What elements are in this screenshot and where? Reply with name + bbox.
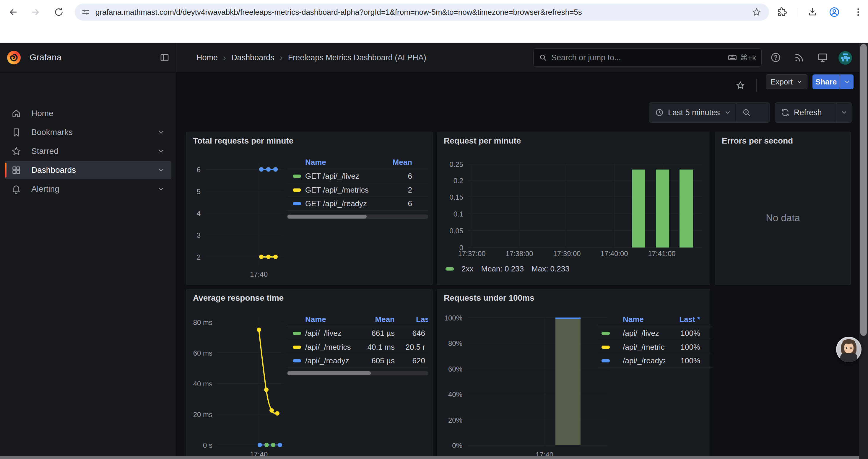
y-tick: 40% xyxy=(437,391,462,399)
column-header-name[interactable]: Name xyxy=(305,315,359,324)
chevron-down-icon[interactable] xyxy=(724,109,731,116)
no-data-message: No data xyxy=(715,212,850,224)
download-icon[interactable] xyxy=(807,7,817,17)
search-icon xyxy=(539,54,547,62)
data-point xyxy=(259,255,264,259)
share-label: Share xyxy=(815,77,837,87)
column-header-name[interactable]: Name xyxy=(305,158,377,167)
y-tick: 0.15 xyxy=(437,193,463,201)
share-menu-button[interactable] xyxy=(840,74,854,89)
site-settings-icon[interactable] xyxy=(81,8,90,17)
bookmark-star-icon[interactable] xyxy=(752,7,761,17)
search-shortcut: ⌘+k xyxy=(728,53,756,62)
profile-icon[interactable] xyxy=(829,6,840,18)
back-icon[interactable] xyxy=(8,7,18,17)
export-button[interactable]: Export xyxy=(766,74,807,89)
chevron-down-icon[interactable] xyxy=(157,185,165,193)
series-name[interactable]: /api/_/livez xyxy=(623,329,665,338)
browser-toolbar xyxy=(0,0,868,24)
breadcrumb-home[interactable]: Home xyxy=(196,53,218,62)
breadcrumb-dashboards[interactable]: Dashboards xyxy=(231,53,275,62)
mega-menu-toggle-icon[interactable] xyxy=(159,53,169,63)
horizontal-scrollbar[interactable] xyxy=(0,456,859,459)
table-scrollbar[interactable] xyxy=(287,371,428,375)
chevron-down-icon[interactable] xyxy=(157,147,165,155)
news-rss-icon[interactable] xyxy=(794,52,805,63)
panel-average-response-time[interactable]: Average response time 80 ms 60 ms 40 ms … xyxy=(186,289,433,459)
series-name[interactable]: /api/_/metrics xyxy=(623,342,665,352)
panel-title[interactable]: Requests under 100ms xyxy=(444,293,534,303)
series-name[interactable]: /api/_/readyz xyxy=(305,356,359,365)
data-point xyxy=(271,443,275,447)
chevron-down-icon[interactable] xyxy=(157,166,165,174)
browser-menu-icon[interactable] xyxy=(853,7,863,17)
sidebar-item-label: Alerting xyxy=(31,184,59,194)
extensions-icon[interactable] xyxy=(777,7,787,17)
table-scrollbar[interactable] xyxy=(287,215,428,219)
assistant-avatar[interactable] xyxy=(836,337,862,362)
series-color-swatch xyxy=(601,332,610,335)
column-header-mean[interactable]: Mean xyxy=(377,158,412,167)
refresh-icon[interactable] xyxy=(781,108,790,117)
help-icon[interactable] xyxy=(770,52,781,63)
share-button[interactable]: Share xyxy=(812,74,840,89)
time-range-group: Last 5 minutes xyxy=(649,102,770,123)
legend-series-name[interactable]: 2xx xyxy=(462,264,473,273)
series-name[interactable]: GET /api/_/livez xyxy=(305,172,377,181)
sidebar-item-starred[interactable]: Starred xyxy=(5,142,172,160)
panel-total-requests-per-minute[interactable]: Total requests per minute 6 5 4 3 2 17:4… xyxy=(186,132,433,285)
favorite-star-icon[interactable] xyxy=(736,80,745,90)
search-input-container[interactable]: ⌘+k xyxy=(533,48,762,67)
user-avatar[interactable] xyxy=(838,51,852,65)
sidebar: Home Bookmarks Starred Dashboards Alerti… xyxy=(0,72,176,459)
series-name[interactable]: /api/_/readyz xyxy=(623,356,665,365)
legend-table: Name Mean Las /api/_/livez 661 µs 646 /a… xyxy=(287,313,428,368)
reload-icon[interactable] xyxy=(54,7,64,17)
panel-requests-under-100ms[interactable]: Requests under 100ms 100% 80% 60% 40% 20… xyxy=(437,289,710,459)
y-tick: 5 xyxy=(186,188,200,196)
forward-icon[interactable] xyxy=(30,7,40,17)
home-icon xyxy=(11,108,21,119)
refresh-group: Refresh xyxy=(775,102,852,123)
sidebar-item-alerting[interactable]: Alerting xyxy=(5,180,172,198)
panel-errors-per-second[interactable]: Errors per second No data xyxy=(715,132,851,285)
series-name[interactable]: /api/_/livez xyxy=(305,329,359,338)
time-range-label[interactable]: Last 5 minutes xyxy=(668,108,720,117)
search-input[interactable] xyxy=(551,53,723,62)
grafana-header: Grafana Home › Dashboards › Freeleaps Me… xyxy=(0,43,868,72)
refresh-label[interactable]: Refresh xyxy=(794,108,822,117)
breadcrumb-separator: › xyxy=(280,53,283,63)
monitor-icon[interactable] xyxy=(817,52,828,63)
legend-header: Name Mean Las xyxy=(287,313,428,326)
column-header-last[interactable]: Las xyxy=(395,315,428,324)
url-input[interactable] xyxy=(95,8,744,17)
column-header-last[interactable]: Last * xyxy=(665,315,713,324)
grafana-logo[interactable] xyxy=(7,51,21,64)
sidebar-item-dashboards[interactable]: Dashboards xyxy=(5,161,172,179)
page-scrollbar-track[interactable] xyxy=(859,43,868,459)
panel-title[interactable]: Average response time xyxy=(193,293,284,303)
x-tick: 17:39:00 xyxy=(545,250,589,258)
chevron-down-icon[interactable] xyxy=(840,109,848,116)
panel-title[interactable]: Errors per second xyxy=(722,136,793,145)
chevron-down-icon[interactable] xyxy=(157,129,165,136)
series-name[interactable]: GET /api/_/readyz xyxy=(305,199,377,208)
bar xyxy=(656,169,669,248)
series-name[interactable]: /api/_/metrics xyxy=(305,342,359,352)
gridline xyxy=(519,164,520,247)
panel-request-per-minute[interactable]: Request per minute 0.25 0.2 0.15 0.1 0.0… xyxy=(437,132,710,285)
x-tick: 17:40:00 xyxy=(592,250,637,258)
sidebar-item-home[interactable]: Home xyxy=(5,104,172,123)
gridline xyxy=(467,420,609,420)
panel-title[interactable]: Request per minute xyxy=(444,136,521,145)
page-scrollbar-thumb[interactable] xyxy=(860,44,867,336)
chevron-down-icon xyxy=(796,78,803,85)
series-name[interactable]: GET /api/_/metrics xyxy=(305,186,377,195)
zoom-out-icon[interactable] xyxy=(742,108,751,117)
column-header-name[interactable]: Name xyxy=(623,315,665,324)
series-mean: 6 xyxy=(377,199,412,208)
sidebar-item-bookmarks[interactable]: Bookmarks xyxy=(5,123,172,141)
column-header-mean[interactable]: Mean xyxy=(359,315,395,324)
y-tick: 20 ms xyxy=(186,411,212,419)
panel-title[interactable]: Total requests per minute xyxy=(193,136,293,145)
